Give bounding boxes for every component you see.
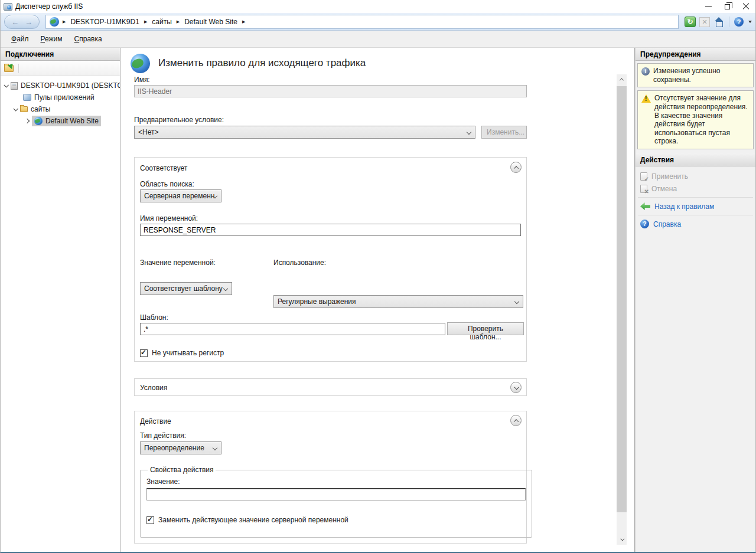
close-button[interactable] bbox=[737, 0, 755, 13]
menu-bar: Файл Режим Справка bbox=[1, 31, 755, 47]
iis-manager-window: Диспетчер служб IIS ← → ▶ DESKTOP-U1MK9D… bbox=[0, 0, 756, 553]
connections-toolbar-divider bbox=[18, 64, 19, 73]
scrollbar-thumb[interactable] bbox=[617, 86, 627, 512]
scope-dropdown[interactable]: Серверная переменн bbox=[140, 189, 221, 202]
warning-alert: Отсутствует значение для действия переоп… bbox=[637, 90, 754, 149]
window-title: Диспетчер служб IIS bbox=[15, 2, 83, 11]
breadcrumb-default-web-site[interactable]: Default Web Site bbox=[184, 18, 237, 26]
cancel-icon bbox=[640, 185, 647, 193]
menu-file[interactable]: Файл bbox=[5, 32, 35, 45]
chevron-up-icon bbox=[620, 78, 624, 82]
apply-label: Применить bbox=[651, 172, 688, 181]
chevron-up-icon bbox=[513, 166, 518, 171]
nav-buttons: ← → bbox=[4, 15, 40, 29]
scroll-down-button[interactable] bbox=[617, 535, 627, 545]
tree-item-app-pools[interactable]: Пулы приложений bbox=[1, 91, 120, 103]
action-type-label: Тип действия: bbox=[140, 431, 186, 440]
save-connection-icon[interactable] bbox=[4, 65, 14, 72]
connections-header: Подключения bbox=[1, 48, 120, 61]
help-icon[interactable]: ? bbox=[734, 17, 744, 27]
restore-button[interactable] bbox=[718, 0, 737, 13]
title-bar: Диспетчер служб IIS bbox=[1, 0, 755, 13]
info-alert: i Изменения успешно сохранены. bbox=[637, 63, 754, 87]
help-icon: ? bbox=[640, 220, 649, 228]
chevron-down-icon[interactable] bbox=[4, 83, 8, 87]
scope-value: Серверная переменн bbox=[144, 192, 214, 200]
action-section-title: Действие bbox=[140, 417, 171, 426]
tree-item-default-web-site[interactable]: Default Web Site bbox=[1, 115, 120, 127]
selected-tree-item[interactable]: Default Web Site bbox=[32, 116, 101, 126]
breadcrumb-sites[interactable]: сайты bbox=[152, 18, 172, 26]
breadcrumb-separator-icon: ▶ bbox=[63, 19, 66, 24]
edit-precondition-button: Изменить... bbox=[481, 126, 527, 139]
back-to-rules-label: Назад к правилам bbox=[654, 202, 714, 211]
chevron-down-icon[interactable] bbox=[13, 106, 18, 111]
action-type-value: Переопределение bbox=[144, 444, 204, 452]
toolbar-icons: ↻ ✕ ? bbox=[685, 17, 752, 27]
operand-dropdown[interactable]: Соответствует шаблону bbox=[140, 282, 232, 295]
page-title: Изменить правило для исходящего трафика bbox=[158, 57, 366, 69]
expand-section-button[interactable] bbox=[510, 382, 522, 393]
variable-name-label: Имя переменной: bbox=[140, 214, 198, 222]
back-to-rules-link[interactable]: Назад к правилам bbox=[636, 200, 755, 212]
tree-server-label: DESKTOP-U1MK9D1 (DESKTOP bbox=[21, 81, 120, 90]
test-pattern-button[interactable]: Проверить шаблон... bbox=[447, 322, 524, 335]
match-section: Соответствует Область поиска: Серверная … bbox=[134, 157, 527, 362]
site-globe-icon bbox=[50, 17, 59, 27]
tree-item-server[interactable]: DESKTOP-U1MK9D1 (DESKTOP bbox=[1, 80, 120, 91]
help-dropdown-caret-icon[interactable] bbox=[748, 21, 752, 23]
ignore-case-checkbox-row[interactable]: Не учитывать регистр bbox=[140, 349, 224, 357]
action-value-input[interactable] bbox=[146, 488, 526, 500]
restore-icon bbox=[725, 4, 730, 9]
warnings-list: i Изменения успешно сохранены. Отсутству… bbox=[636, 61, 755, 153]
scope-label: Область поиска: bbox=[140, 180, 194, 188]
precondition-value: <Нет> bbox=[138, 128, 158, 136]
using-dropdown[interactable]: Регулярные выражения bbox=[273, 295, 523, 308]
collapse-section-button[interactable] bbox=[510, 162, 522, 173]
main-area: Подключения DESKTOP-U1MK9D1 (DESKTOP Пул… bbox=[1, 47, 755, 552]
precondition-dropdown[interactable]: <Нет> bbox=[134, 126, 475, 139]
help-label: Справка bbox=[653, 220, 681, 228]
sites-folder-icon bbox=[20, 106, 28, 112]
iis-app-icon bbox=[4, 3, 12, 11]
name-input bbox=[134, 85, 527, 97]
cancel-label: Отмена bbox=[651, 185, 677, 193]
actions-separator bbox=[638, 197, 753, 198]
toolbar-divider bbox=[729, 17, 729, 27]
home-icon[interactable] bbox=[713, 17, 724, 27]
right-panel: Предупреждения i Изменения успешно сохра… bbox=[635, 48, 755, 552]
content-scrollbar[interactable] bbox=[617, 74, 627, 545]
application-pools-icon bbox=[23, 94, 31, 101]
action-section: Действие Тип действия: Переопределение С… bbox=[134, 411, 527, 544]
actions-separator bbox=[638, 215, 753, 215]
replace-value-checkbox-row[interactable]: Заменить действующее значение серверной … bbox=[146, 516, 526, 524]
action-type-dropdown[interactable]: Переопределение bbox=[140, 441, 221, 454]
breadcrumb-server[interactable]: DESKTOP-U1MK9D1 bbox=[70, 18, 139, 26]
info-alert-text: Изменения успешно сохранены. bbox=[653, 67, 750, 84]
breadcrumb-separator-icon: ▶ bbox=[242, 19, 245, 24]
ignore-case-label: Не учитывать регистр bbox=[152, 349, 224, 357]
operand-label: Значение переменной: bbox=[140, 258, 216, 267]
refresh-icon[interactable]: ↻ bbox=[685, 17, 696, 27]
pattern-input[interactable] bbox=[140, 323, 445, 335]
minimize-button[interactable] bbox=[699, 0, 718, 13]
chevron-down-icon bbox=[514, 385, 519, 390]
warning-icon bbox=[641, 94, 651, 103]
chevron-right-icon[interactable] bbox=[25, 119, 30, 123]
ignore-case-checkbox[interactable] bbox=[140, 349, 148, 357]
menu-view[interactable]: Режим bbox=[35, 32, 69, 45]
forward-button[interactable]: → bbox=[25, 18, 32, 26]
address-bar[interactable]: ▶ DESKTOP-U1MK9D1 ▶ сайты ▶ Default Web … bbox=[45, 15, 679, 29]
back-button[interactable]: ← bbox=[11, 18, 19, 26]
apply-icon bbox=[640, 172, 647, 181]
help-link[interactable]: ? Справка bbox=[636, 218, 755, 230]
replace-value-checkbox[interactable] bbox=[146, 516, 154, 524]
tree-item-sites[interactable]: сайты bbox=[1, 103, 120, 115]
menu-help[interactable]: Справка bbox=[69, 32, 108, 45]
using-value: Регулярные выражения bbox=[278, 297, 356, 306]
variable-name-input[interactable] bbox=[140, 224, 521, 236]
minimize-icon bbox=[705, 6, 712, 7]
breadcrumb-separator-icon: ▶ bbox=[144, 19, 147, 24]
collapse-section-button[interactable] bbox=[510, 415, 522, 426]
scroll-up-button[interactable] bbox=[617, 74, 627, 84]
